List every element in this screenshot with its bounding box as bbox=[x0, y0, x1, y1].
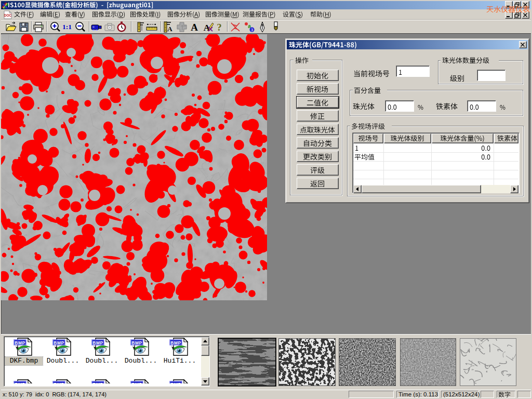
svg-text:1:1: 1:1 bbox=[62, 23, 72, 31]
svg-text:BMP: BMP bbox=[92, 340, 103, 345]
svg-text:?: ? bbox=[217, 22, 222, 33]
svg-text:A: A bbox=[167, 25, 172, 33]
svg-text:A: A bbox=[191, 22, 198, 33]
svg-text:BMP: BMP bbox=[170, 340, 181, 345]
svg-text:BMP: BMP bbox=[54, 340, 64, 345]
svg-text:DOC: DOC bbox=[4, 14, 12, 17]
svg-text:BMP: BMP bbox=[15, 340, 25, 345]
svg-text:BMP: BMP bbox=[131, 340, 142, 345]
svg-text:3: 3 bbox=[251, 28, 254, 32]
